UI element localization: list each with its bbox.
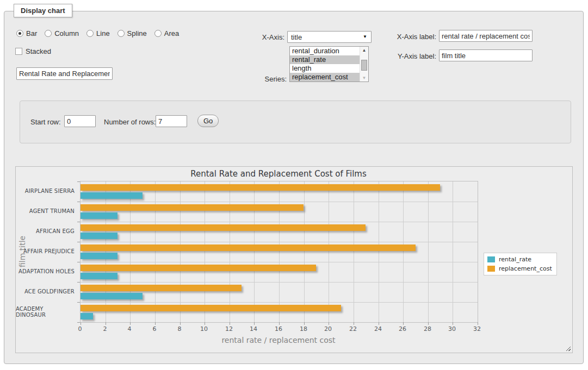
x-tick-label: 22 (349, 325, 357, 333)
series-option-length[interactable]: length (290, 64, 360, 73)
horizontal-gridline (81, 262, 478, 262)
vertical-gridline (453, 181, 453, 322)
x-tick-mark (379, 322, 379, 325)
x-tick-label: 8 (178, 325, 182, 333)
scrollbar-thumb[interactable] (361, 60, 367, 71)
bar-replacement_cost (81, 285, 242, 291)
category-label: ACADEMY DINOSAUR (16, 302, 75, 322)
horizontal-gridline (81, 282, 478, 283)
series-multiselect[interactable]: rental_durationrental_ratelengthreplacem… (289, 46, 369, 82)
radio-label: Spline (127, 29, 147, 37)
chart-title-input[interactable] (16, 67, 113, 80)
x-tick-label: 32 (473, 325, 481, 333)
bar-replacement_cost (81, 204, 304, 211)
radio-label: Column (54, 29, 79, 37)
category-label: AFRICAN EGG (16, 221, 75, 241)
vertical-gridline (304, 181, 305, 322)
x-tick-mark (81, 322, 81, 325)
stacked-checkbox[interactable] (15, 48, 22, 55)
radio-circle-icon[interactable] (117, 30, 125, 37)
bar-rental_rate (81, 233, 117, 239)
x-tick-label: 4 (128, 325, 132, 333)
resize-handle-icon[interactable] (565, 345, 571, 351)
x-tick-mark (106, 322, 106, 325)
legend-swatch-icon (487, 266, 495, 272)
radio-bar[interactable]: Bar (16, 29, 37, 37)
scroll-down-icon[interactable]: ▼ (360, 74, 368, 81)
x-tick-mark (254, 322, 255, 325)
x-tick-mark (205, 322, 205, 325)
y-tick-mark (77, 302, 80, 303)
legend-label: rental_rate (499, 256, 531, 263)
horizontal-gridline (81, 222, 478, 222)
x-tick-mark (279, 322, 280, 325)
scroll-up-icon[interactable]: ▲ (360, 47, 368, 54)
x-axis-select[interactable]: title ▼ (287, 31, 372, 43)
x-tick-mark (453, 322, 453, 325)
radio-label: Area (164, 29, 179, 37)
bar-rental_rate (81, 212, 117, 219)
series-option-rental_rate[interactable]: rental_rate (290, 55, 360, 64)
y-axis-label-input[interactable] (439, 49, 533, 61)
legend-label: replacement_cost (499, 265, 552, 272)
x-axis-label-input[interactable] (439, 30, 533, 42)
x-tick-mark (304, 322, 305, 325)
series-options: rental_durationrental_ratelengthreplacem… (290, 47, 368, 81)
radio-line[interactable]: Line (86, 29, 110, 37)
chart-container: Rental Rate and Replacement Cost of Film… (15, 166, 573, 353)
radio-label: Line (96, 29, 110, 37)
vertical-gridline (155, 181, 156, 322)
x-tick-label: 2 (103, 325, 107, 333)
radio-spline[interactable]: Spline (117, 29, 147, 37)
stacked-checkbox-row[interactable]: Stacked (15, 47, 51, 55)
x-tick-label: 26 (399, 325, 406, 333)
vertical-gridline (354, 181, 354, 322)
y-tick-mark (77, 222, 80, 222)
category-label: ADAPTATION HOLES (16, 261, 75, 281)
x-tick-label: 0 (78, 325, 82, 333)
start-row-label: Start row: (30, 118, 61, 126)
x-tick-label: 30 (448, 325, 456, 333)
radio-circle-icon[interactable] (86, 30, 94, 37)
bar-rental_rate (81, 253, 117, 259)
x-tick-label: 20 (324, 325, 332, 333)
chart-type-radio-group: BarColumnLineSplineArea (16, 29, 179, 37)
bar-rental_rate (81, 273, 117, 279)
horizontal-gridline (81, 202, 478, 202)
x-tick-mark (230, 322, 230, 325)
radio-column[interactable]: Column (45, 29, 79, 37)
series-option-rental_duration[interactable]: rental_duration (290, 47, 360, 55)
radio-area[interactable]: Area (154, 29, 179, 37)
vertical-gridline (106, 181, 106, 322)
x-tick-label: 12 (225, 325, 233, 333)
bar-replacement_cost (81, 305, 341, 311)
chart-legend: rental_ratereplacement_cost (484, 253, 557, 275)
go-button[interactable]: Go (197, 115, 219, 127)
x-axis-select-label: X-Axis: (247, 33, 284, 41)
bar-replacement_cost (81, 224, 366, 231)
start-row-input[interactable] (64, 115, 96, 127)
x-tick-mark (180, 322, 181, 325)
x-axis-label-field-label: X-Axis label: (381, 33, 436, 41)
vertical-gridline (329, 181, 329, 322)
x-tick-label: 16 (275, 325, 282, 333)
radio-circle-icon[interactable] (16, 30, 23, 37)
plot-area (80, 181, 478, 323)
legend-swatch-icon (487, 256, 495, 262)
radio-circle-icon[interactable] (154, 30, 162, 37)
x-tick-label: 6 (153, 325, 157, 333)
x-tick-mark (130, 322, 131, 325)
x-tick-label: 10 (200, 325, 208, 333)
category-label: AFFAIR PREJUDICE (16, 241, 75, 261)
series-option-replacement_cost[interactable]: replacement_cost (290, 73, 360, 81)
radio-label: Bar (26, 29, 37, 37)
radio-circle-icon[interactable] (45, 30, 52, 37)
x-tick-mark (478, 322, 478, 325)
category-label: ACE GOLDFINGER (16, 281, 75, 302)
x-axis-tick-labels: 02468101214161820222426283032 (80, 325, 477, 333)
y-tick-mark (77, 322, 80, 323)
series-scrollbar[interactable]: ▲ ▼ (360, 47, 368, 81)
category-label: AGENT TRUMAN (16, 201, 75, 221)
y-tick-mark (77, 202, 80, 202)
number-of-rows-input[interactable] (156, 115, 187, 127)
